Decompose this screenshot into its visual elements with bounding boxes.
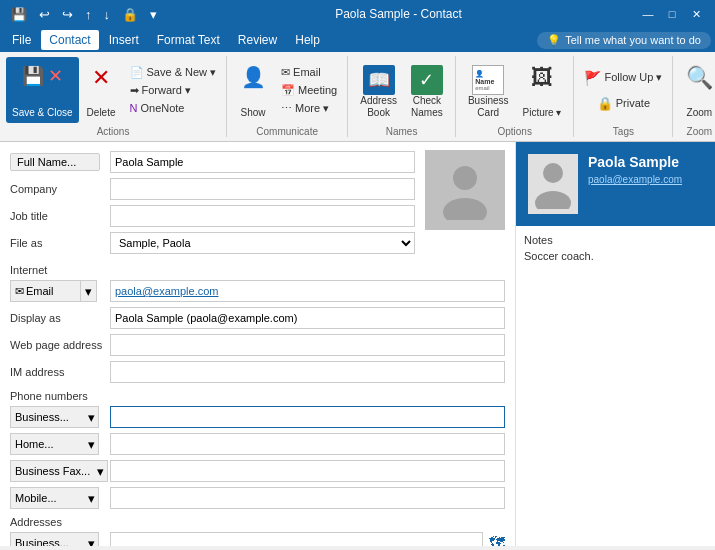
picture-button[interactable]: 🖼 Picture ▾ bbox=[517, 57, 568, 123]
svg-point-1 bbox=[443, 198, 487, 220]
full-name-row: Full Name... bbox=[10, 150, 415, 174]
map-icon[interactable]: 🗺 bbox=[489, 534, 505, 546]
close-button[interactable]: ✕ bbox=[685, 3, 707, 25]
tell-me-search[interactable]: 💡 Tell me what you want to do bbox=[537, 32, 711, 49]
lightbulb-icon: 💡 bbox=[547, 34, 561, 47]
window-title: Paola Sample - Contact bbox=[160, 7, 637, 21]
file-as-label: File as bbox=[10, 237, 110, 249]
communicate-stack: ✉ Email 📅 Meeting ⋯ More ▾ bbox=[277, 64, 341, 117]
actions-buttons: 💾 ✕ Save & Close ✕ Delete 📄 Save & New ▾ bbox=[6, 56, 220, 124]
zoom-button[interactable]: 🔍 Zoom bbox=[679, 57, 715, 123]
address-input[interactable] bbox=[110, 532, 483, 546]
ribbon-group-communicate: 👤 Show ✉ Email 📅 Meeting ⋯ More ▾ Com bbox=[227, 56, 348, 137]
contact-card-info: Paola Sample paola@example.com bbox=[588, 154, 703, 185]
menu-insert[interactable]: Insert bbox=[101, 30, 147, 50]
company-row: Company bbox=[10, 177, 415, 201]
actions-stack: 📄 Save & New ▾ ➡ Forward ▾ N OneNote bbox=[126, 64, 221, 116]
actions-group-label: Actions bbox=[97, 126, 130, 137]
meeting-button[interactable]: 📅 Meeting bbox=[277, 82, 341, 99]
address-type-button[interactable]: Business... bbox=[10, 532, 85, 546]
save-icon[interactable]: 💾 bbox=[8, 6, 30, 23]
up-icon[interactable]: ↑ bbox=[82, 6, 95, 23]
save-close-icon: 💾 bbox=[22, 65, 44, 87]
business-card-button[interactable]: 👤 Name email BusinessCard bbox=[462, 57, 515, 123]
full-name-button[interactable]: Full Name... bbox=[10, 153, 100, 171]
contact-card-email[interactable]: paola@example.com bbox=[588, 174, 703, 185]
mobile-phone-input[interactable] bbox=[110, 487, 505, 509]
email-dropdown-button[interactable]: ▾ bbox=[80, 280, 97, 302]
lock-icon[interactable]: 🔒 bbox=[119, 6, 141, 23]
undo-icon[interactable]: ↩ bbox=[36, 6, 53, 23]
title-bar: 💾 ↩ ↪ ↑ ↓ 🔒 ▾ Paola Sample - Contact — □… bbox=[0, 0, 715, 28]
menu-contact[interactable]: Contact bbox=[41, 30, 98, 50]
address-row: Business... ▾ 🗺 bbox=[10, 531, 505, 546]
email-type-button[interactable]: ✉ Email bbox=[10, 280, 80, 302]
redo-icon[interactable]: ↪ bbox=[59, 6, 76, 23]
contact-card-name: Paola Sample bbox=[588, 154, 703, 170]
save-new-button[interactable]: 📄 Save & New ▾ bbox=[126, 64, 221, 81]
menu-help[interactable]: Help bbox=[287, 30, 328, 50]
maximize-button[interactable]: □ bbox=[661, 3, 683, 25]
email-type-wrap: ✉ Email ▾ bbox=[10, 280, 110, 302]
more-button[interactable]: ⋯ More ▾ bbox=[277, 100, 341, 117]
email-row: ✉ Email ▾ bbox=[10, 279, 505, 303]
onenote-button[interactable]: N OneNote bbox=[126, 100, 221, 116]
mobile-phone-type[interactable]: Mobile... bbox=[10, 487, 85, 509]
menu-file[interactable]: File bbox=[4, 30, 39, 50]
business-fax-dropdown[interactable]: ▾ bbox=[94, 460, 108, 482]
mobile-phone-dropdown[interactable]: ▾ bbox=[85, 487, 99, 509]
business-phone-row: Business... ▾ bbox=[10, 405, 505, 429]
svg-point-0 bbox=[453, 166, 477, 190]
company-input[interactable] bbox=[110, 178, 415, 200]
display-as-label: Display as bbox=[10, 312, 110, 324]
save-close-button[interactable]: 💾 ✕ Save & Close bbox=[6, 57, 79, 123]
forward-button[interactable]: ➡ Forward ▾ bbox=[126, 82, 221, 99]
im-address-input[interactable] bbox=[110, 361, 505, 383]
business-fax-type[interactable]: Business Fax... bbox=[10, 460, 94, 482]
private-lock-icon: 🔒 bbox=[597, 96, 613, 111]
ribbon: 💾 ✕ Save & Close ✕ Delete 📄 Save & New ▾ bbox=[0, 52, 715, 142]
job-title-row: Job title bbox=[10, 204, 415, 228]
business-phone-dropdown[interactable]: ▾ bbox=[85, 406, 99, 428]
menu-format-text[interactable]: Format Text bbox=[149, 30, 228, 50]
svg-point-3 bbox=[535, 191, 571, 209]
web-page-input[interactable] bbox=[110, 334, 505, 356]
home-phone-row: Home... ▾ bbox=[10, 432, 505, 456]
home-phone-type[interactable]: Home... bbox=[10, 433, 85, 455]
down-icon[interactable]: ↓ bbox=[101, 6, 114, 23]
internet-section-label: Internet bbox=[10, 264, 505, 276]
business-phone-input[interactable] bbox=[110, 406, 505, 428]
follow-up-button[interactable]: 🚩 Follow Up ▾ bbox=[580, 68, 666, 88]
full-name-label-wrap: Full Name... bbox=[10, 153, 110, 171]
file-as-select[interactable]: Sample, Paola bbox=[110, 232, 415, 254]
file-as-select-wrap: Sample, Paola bbox=[110, 232, 415, 254]
more-icon: ⋯ bbox=[281, 102, 292, 115]
communicate-group-label: Communicate bbox=[256, 126, 318, 137]
business-phone-type[interactable]: Business... bbox=[10, 406, 85, 428]
delete-button[interactable]: ✕ Delete bbox=[81, 57, 122, 123]
full-name-input[interactable] bbox=[110, 151, 415, 173]
web-page-row: Web page address bbox=[10, 333, 505, 357]
contact-photo-placeholder[interactable] bbox=[425, 150, 505, 230]
check-names-button[interactable]: ✓ CheckNames bbox=[405, 57, 449, 123]
meeting-icon: 📅 bbox=[281, 84, 295, 97]
email-button[interactable]: ✉ Email bbox=[277, 64, 341, 81]
home-phone-input[interactable] bbox=[110, 433, 505, 455]
email-input[interactable] bbox=[110, 280, 505, 302]
display-as-row: Display as bbox=[10, 306, 505, 330]
private-button[interactable]: 🔒 Private bbox=[593, 94, 654, 113]
home-phone-dropdown[interactable]: ▾ bbox=[85, 433, 99, 455]
file-as-row: File as Sample, Paola bbox=[10, 231, 415, 255]
show-button[interactable]: 👤 Show bbox=[233, 57, 273, 123]
job-title-input[interactable] bbox=[110, 205, 415, 227]
menu-review[interactable]: Review bbox=[230, 30, 285, 50]
address-book-button[interactable]: 📖 AddressBook bbox=[354, 57, 403, 123]
more-qa-icon[interactable]: ▾ bbox=[147, 6, 160, 23]
notes-content[interactable]: Soccer coach. bbox=[524, 250, 707, 310]
window-controls: — □ ✕ bbox=[637, 3, 707, 25]
display-as-input[interactable] bbox=[110, 307, 505, 329]
business-fax-input[interactable] bbox=[110, 460, 505, 482]
address-dropdown[interactable]: ▾ bbox=[85, 532, 99, 546]
onenote-icon: N bbox=[130, 102, 138, 114]
minimize-button[interactable]: — bbox=[637, 3, 659, 25]
